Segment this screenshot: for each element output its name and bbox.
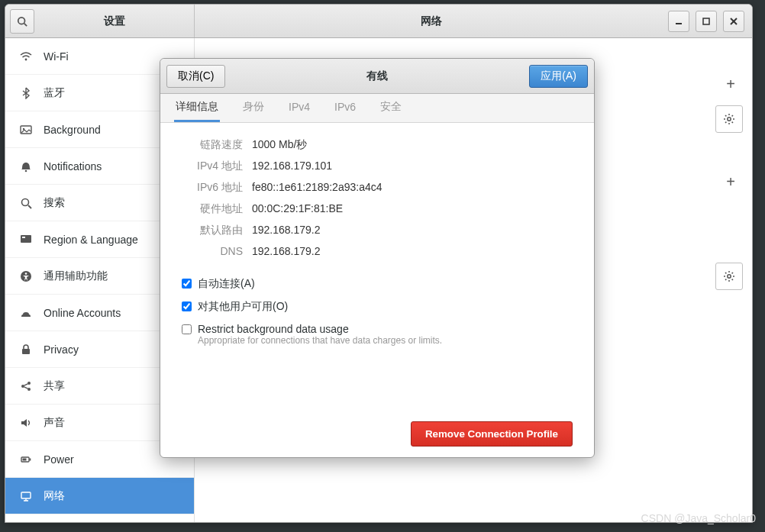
dialog-body: 链路速度1000 Mb/秒IPv4 地址192.168.179.101IPv6 … <box>160 123 594 457</box>
watermark: CSDN @Java_Scholar0 <box>641 512 756 524</box>
remove-profile-button[interactable]: Remove Connection Profile <box>411 421 573 447</box>
detail-label: IPv6 地址 <box>182 181 243 195</box>
dialog-tabs: 详细信息身份IPv4IPv6安全 <box>160 94 594 123</box>
detail-label: 硬件地址 <box>182 202 243 216</box>
dialog-overlay: 取消(C) 有线 应用(A) 详细信息身份IPv4IPv6安全 链路速度1000… <box>0 0 765 532</box>
restrict-data-label[interactable]: Restrict background data usage <box>198 323 349 335</box>
detail-value: 1000 Mb/秒 <box>252 138 307 152</box>
detail-value: 192.168.179.2 <box>252 224 321 237</box>
detail-label: IPv4 地址 <box>182 160 243 173</box>
all-users-label[interactable]: 对其他用户可用(O) <box>198 300 288 314</box>
detail-label: 默认路由 <box>182 224 243 237</box>
tab-4[interactable]: 安全 <box>379 94 403 122</box>
tab-1[interactable]: 身份 <box>241 94 266 122</box>
detail-value: 00:0C:29:1F:81:BE <box>252 202 343 216</box>
restrict-data-desc: Appropriate for connections that have da… <box>198 335 442 346</box>
detail-label: DNS <box>182 245 243 257</box>
detail-row: IPv6 地址fe80::1e61:2189:2a93:a4c4 <box>182 181 573 195</box>
all-users-checkbox[interactable] <box>182 301 192 311</box>
restrict-data-row: Restrict background data usage Appropria… <box>182 323 573 346</box>
tab-3[interactable]: IPv6 <box>333 95 357 121</box>
detail-row: 链路速度1000 Mb/秒 <box>182 138 573 152</box>
tab-0[interactable]: 详细信息 <box>174 94 220 122</box>
connection-dialog: 取消(C) 有线 应用(A) 详细信息身份IPv4IPv6安全 链路速度1000… <box>160 58 595 458</box>
auto-connect-label[interactable]: 自动连接(A) <box>198 277 255 291</box>
detail-row: IPv4 地址192.168.179.101 <box>182 160 573 173</box>
detail-row: DNS192.168.179.2 <box>182 245 573 257</box>
detail-row: 默认路由192.168.179.2 <box>182 224 573 237</box>
detail-label: 链路速度 <box>182 138 243 152</box>
detail-row: 硬件地址00:0C:29:1F:81:BE <box>182 202 573 216</box>
detail-value: 192.168.179.101 <box>252 160 332 173</box>
cancel-button[interactable]: 取消(C) <box>166 65 225 88</box>
auto-connect-row: 自动连接(A) <box>182 277 573 291</box>
all-users-row: 对其他用户可用(O) <box>182 300 573 314</box>
restrict-data-checkbox[interactable] <box>182 324 192 334</box>
dialog-title: 有线 <box>366 69 388 83</box>
dialog-footer: Remove Connection Profile <box>182 415 573 447</box>
detail-value: fe80::1e61:2189:2a93:a4c4 <box>252 181 382 195</box>
detail-value: 192.168.179.2 <box>252 245 321 257</box>
auto-connect-checkbox[interactable] <box>182 279 192 289</box>
dialog-header: 取消(C) 有线 应用(A) <box>160 59 594 94</box>
apply-button[interactable]: 应用(A) <box>529 65 588 88</box>
tab-2[interactable]: IPv4 <box>287 95 311 121</box>
